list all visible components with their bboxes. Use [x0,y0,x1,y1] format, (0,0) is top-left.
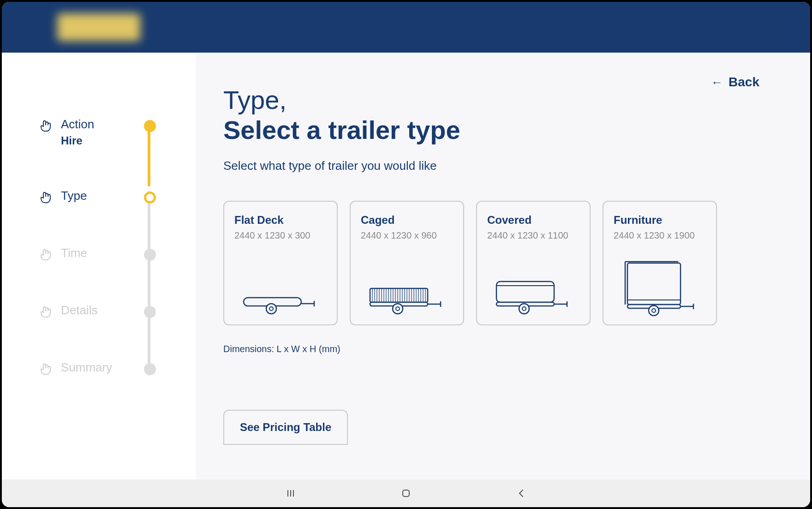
step-dot-disabled [144,363,156,375]
page-title-prefix: Type, [223,85,764,115]
home-button[interactable] [399,486,413,500]
page-subtitle: Select what type of trailer you would li… [223,159,764,173]
option-dimensions: 2440 x 1230 x 960 [361,230,453,241]
svg-rect-42 [627,263,681,305]
dimensions-note: Dimensions: L x W x H (mm) [223,344,764,354]
flat-deck-trailer-icon [234,261,327,316]
covered-trailer-icon [487,261,579,316]
sidebar-step-type[interactable]: Type [39,189,177,204]
step-label: Action [61,117,177,132]
svg-point-31 [393,304,403,314]
option-covered[interactable]: Covered 2440 x 1230 x 1100 [476,201,591,325]
step-dot-disabled [144,306,156,318]
trailer-type-options: Flat Deck 2440 x 1230 x 300 [223,201,764,325]
furniture-trailer-icon [614,261,706,316]
step-label: Time [61,246,177,260]
option-caged[interactable]: Caged 2440 x 1230 x 960 [350,201,464,325]
arrow-left-icon: ← [711,75,723,90]
step-label: Type [61,189,177,203]
page-title: Select a trailer type [223,115,764,145]
sidebar-step-details: Details [39,303,177,319]
sidebar-step-summary: Summary [39,360,177,376]
step-line-inactive [148,191,150,376]
see-pricing-table-button[interactable]: See Pricing Table [223,410,348,445]
hand-icon [39,248,53,262]
hand-icon [39,305,53,319]
option-title: Flat Deck [234,214,327,227]
option-title: Covered [487,214,579,227]
option-title: Furniture [614,214,706,227]
svg-rect-54 [403,490,409,497]
svg-rect-5 [370,288,428,302]
device-nav-bar [2,479,810,507]
step-dot-disabled [144,249,156,261]
sidebar-step-time: Time [39,246,177,262]
back-label: Back [728,75,759,90]
main-panel: ← Back Type, Select a trailer type Selec… [196,53,810,479]
brand-logo [57,13,140,41]
step-dot-current [144,192,156,204]
step-dot-done [144,120,156,132]
svg-point-38 [519,304,529,314]
step-sublabel: Hire [61,134,177,147]
hand-icon [39,362,53,376]
hand-icon [39,119,53,133]
app-header [2,2,810,53]
step-label: Details [61,303,177,317]
back-button[interactable]: ← Back [711,75,759,90]
option-title: Caged [361,214,453,227]
hand-icon [39,191,53,204]
option-dimensions: 2440 x 1230 x 1900 [614,230,706,241]
svg-point-47 [649,305,659,316]
caged-trailer-icon [361,261,453,316]
option-flat-deck[interactable]: Flat Deck 2440 x 1230 x 300 [223,201,338,325]
wizard-sidebar: Action Hire Type [2,53,196,479]
option-dimensions: 2440 x 1230 x 300 [234,230,327,241]
step-label: Summary [61,360,177,375]
svg-point-1 [266,304,276,314]
svg-rect-35 [496,281,554,302]
sidebar-step-action[interactable]: Action Hire [39,117,177,147]
recents-button[interactable] [284,486,298,500]
nav-back-button[interactable] [514,486,528,500]
option-dimensions: 2440 x 1230 x 1100 [487,230,579,241]
option-furniture[interactable]: Furniture 2440 x 1230 x 1900 [603,201,717,325]
